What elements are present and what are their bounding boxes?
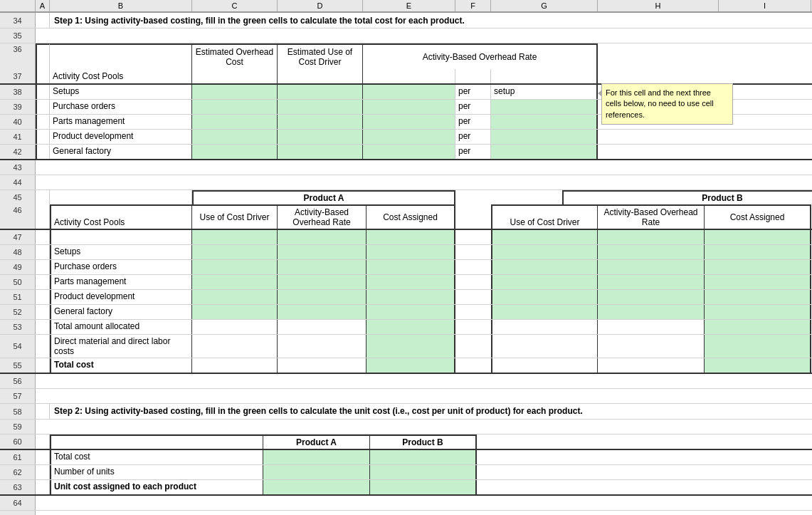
row62-b[interactable] bbox=[370, 465, 477, 479]
row53-label: Total amount allocated bbox=[50, 320, 192, 334]
table2-col-b-header: Activity Cost Pools bbox=[50, 204, 192, 229]
row38-col-g: setup For this cell and the next three c… bbox=[491, 85, 598, 99]
row38-col-d[interactable] bbox=[278, 85, 363, 99]
row42-col-g[interactable] bbox=[491, 145, 598, 159]
row40-col-e[interactable] bbox=[363, 115, 455, 129]
row38-col-e[interactable] bbox=[363, 85, 455, 99]
rownum-39: 39 bbox=[0, 100, 36, 114]
col-header-a: A bbox=[36, 0, 50, 11]
table2-b-col2-header: Activity-Based Overhead Rate bbox=[598, 204, 705, 229]
table2-b-col1-header: Use of Cost Driver bbox=[491, 204, 598, 229]
row51-a1[interactable] bbox=[192, 290, 278, 304]
row39-col-d[interactable] bbox=[278, 100, 363, 114]
row-63: 63 Unit cost assigned to each product bbox=[0, 480, 812, 496]
row41-col-e[interactable] bbox=[363, 130, 455, 144]
rownum-48: 48 bbox=[0, 245, 36, 259]
row42-per: per bbox=[455, 145, 491, 159]
row48-a1[interactable] bbox=[192, 245, 278, 259]
row41-col-c[interactable] bbox=[192, 130, 278, 144]
row48-a2[interactable] bbox=[278, 245, 367, 259]
row55-label: Total cost bbox=[50, 358, 192, 373]
row39-col-g[interactable] bbox=[491, 100, 598, 114]
rownum-59: 59 bbox=[0, 420, 36, 434]
row-42-content: General factory per bbox=[36, 145, 812, 159]
row40-col-c[interactable] bbox=[192, 115, 278, 129]
table2-a-col2-header: Activity-Based Overhead Rate bbox=[278, 204, 367, 229]
row52-a2[interactable] bbox=[278, 305, 367, 319]
row48-b1[interactable] bbox=[491, 245, 598, 259]
row-48: 48 Setups bbox=[0, 245, 812, 260]
row39-col-c[interactable] bbox=[192, 100, 278, 114]
rownum-65: 65 bbox=[0, 511, 36, 515]
row50-a3[interactable] bbox=[367, 275, 455, 289]
row-46-content: Activity Cost Pools Use of Cost Driver A… bbox=[36, 204, 812, 229]
row52-b3[interactable] bbox=[705, 305, 811, 319]
row-62-content: Number of units bbox=[36, 465, 812, 479]
row51-a3[interactable] bbox=[367, 290, 455, 304]
row-38-content: Setups per setup For this cell and the n… bbox=[36, 85, 812, 99]
row51-b2[interactable] bbox=[598, 290, 705, 304]
row50-a1[interactable] bbox=[192, 275, 278, 289]
row51-a2[interactable] bbox=[278, 290, 367, 304]
row-64: 64 bbox=[0, 496, 812, 511]
row42-label: General factory bbox=[50, 145, 192, 159]
row38-per: per bbox=[455, 85, 491, 99]
row52-b1[interactable] bbox=[491, 305, 598, 319]
row42-col-c[interactable] bbox=[192, 145, 278, 159]
row-62: 62 Number of units bbox=[0, 465, 812, 480]
row63-a[interactable] bbox=[263, 480, 370, 494]
row40-col-g[interactable] bbox=[491, 115, 598, 129]
row48-b2[interactable] bbox=[598, 245, 705, 259]
row55-b3[interactable] bbox=[705, 358, 811, 373]
step1-label: Step 1: Using activity-based costing, fi… bbox=[50, 13, 812, 28]
row52-b2[interactable] bbox=[598, 305, 705, 319]
row62-a[interactable] bbox=[263, 465, 370, 479]
row-63-content: Unit cost assigned to each product bbox=[36, 480, 812, 494]
row38-col-c[interactable] bbox=[192, 85, 278, 99]
row52-label: General factory bbox=[50, 305, 192, 319]
row54-a3[interactable] bbox=[367, 335, 455, 358]
row61-b[interactable] bbox=[370, 450, 477, 464]
row49-a3[interactable] bbox=[367, 260, 455, 274]
row51-b3[interactable] bbox=[705, 290, 811, 304]
row50-b1[interactable] bbox=[491, 275, 598, 289]
rownum-52: 52 bbox=[0, 305, 36, 319]
row49-b2[interactable] bbox=[598, 260, 705, 274]
row-38: 38 Setups per setup For this cell and th… bbox=[0, 85, 812, 100]
row-45-content: Product A Product B bbox=[36, 190, 812, 204]
row49-b3[interactable] bbox=[705, 260, 811, 274]
row51-label: Product development bbox=[50, 290, 192, 304]
row63-b[interactable] bbox=[370, 480, 477, 494]
row61-a[interactable] bbox=[263, 450, 370, 464]
row-50: 50 Parts management bbox=[0, 275, 812, 290]
row49-b1[interactable] bbox=[491, 260, 598, 274]
row50-b2[interactable] bbox=[598, 275, 705, 289]
row52-a1[interactable] bbox=[192, 305, 278, 319]
tooltip-arrow bbox=[598, 90, 602, 97]
row49-a2[interactable] bbox=[278, 260, 367, 274]
rownum-34: 34 bbox=[0, 13, 36, 28]
rownum-53: 53 bbox=[0, 320, 36, 334]
row55-a3[interactable] bbox=[367, 358, 455, 373]
row40-col-d[interactable] bbox=[278, 115, 363, 129]
row52-a3[interactable] bbox=[367, 305, 455, 319]
row-35: 35 bbox=[0, 28, 812, 43]
row51-b1[interactable] bbox=[491, 290, 598, 304]
row53-a3[interactable] bbox=[367, 320, 455, 334]
row48-b3[interactable] bbox=[705, 245, 811, 259]
row41-col-g[interactable] bbox=[491, 130, 598, 144]
step2-label: Step 2: Using activity-based costing, fi… bbox=[50, 404, 812, 419]
row48-a3[interactable] bbox=[367, 245, 455, 259]
row42-col-d[interactable] bbox=[278, 145, 363, 159]
row39-col-e[interactable] bbox=[363, 100, 455, 114]
row54-b3[interactable] bbox=[705, 335, 811, 358]
row-58-content: Step 2: Using activity-based costing, fi… bbox=[36, 404, 812, 419]
row42-col-e[interactable] bbox=[363, 145, 455, 159]
col-header-f: F bbox=[455, 0, 491, 11]
row50-a2[interactable] bbox=[278, 275, 367, 289]
rownum-47: 47 bbox=[0, 230, 36, 244]
row53-b3[interactable] bbox=[705, 320, 811, 334]
row50-b3[interactable] bbox=[705, 275, 811, 289]
row41-col-d[interactable] bbox=[278, 130, 363, 144]
row49-a1[interactable] bbox=[192, 260, 278, 274]
